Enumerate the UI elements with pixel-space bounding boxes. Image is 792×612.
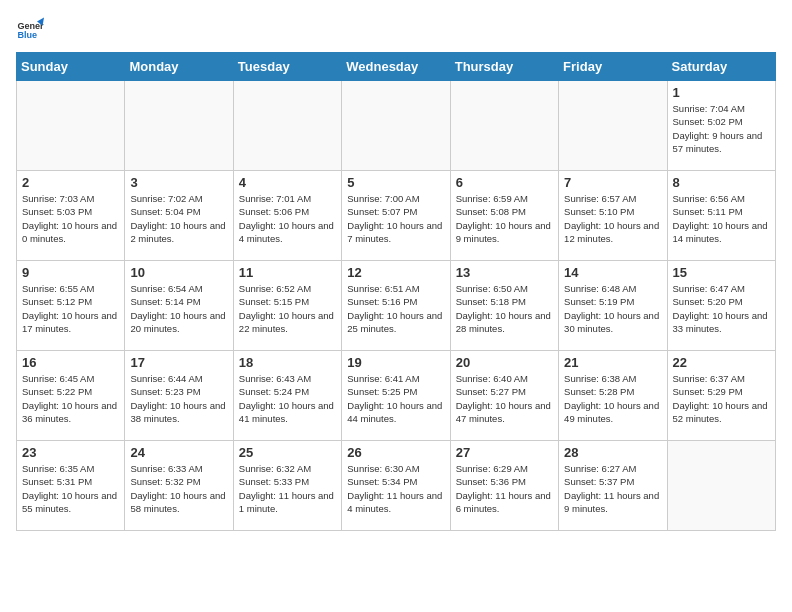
weekday-header-thursday: Thursday xyxy=(450,53,558,81)
day-number: 3 xyxy=(130,175,227,190)
day-info: Sunrise: 6:32 AM Sunset: 5:33 PM Dayligh… xyxy=(239,462,336,515)
weekday-header-monday: Monday xyxy=(125,53,233,81)
calendar-cell: 11Sunrise: 6:52 AM Sunset: 5:15 PM Dayli… xyxy=(233,261,341,351)
day-number: 8 xyxy=(673,175,770,190)
calendar-cell: 6Sunrise: 6:59 AM Sunset: 5:08 PM Daylig… xyxy=(450,171,558,261)
calendar-cell: 15Sunrise: 6:47 AM Sunset: 5:20 PM Dayli… xyxy=(667,261,775,351)
day-number: 12 xyxy=(347,265,444,280)
day-info: Sunrise: 6:40 AM Sunset: 5:27 PM Dayligh… xyxy=(456,372,553,425)
day-info: Sunrise: 6:55 AM Sunset: 5:12 PM Dayligh… xyxy=(22,282,119,335)
calendar-week-4: 16Sunrise: 6:45 AM Sunset: 5:22 PM Dayli… xyxy=(17,351,776,441)
calendar-cell: 13Sunrise: 6:50 AM Sunset: 5:18 PM Dayli… xyxy=(450,261,558,351)
svg-text:Blue: Blue xyxy=(17,30,37,40)
calendar-cell: 27Sunrise: 6:29 AM Sunset: 5:36 PM Dayli… xyxy=(450,441,558,531)
weekday-header-row: SundayMondayTuesdayWednesdayThursdayFrid… xyxy=(17,53,776,81)
day-info: Sunrise: 6:33 AM Sunset: 5:32 PM Dayligh… xyxy=(130,462,227,515)
calendar-cell: 12Sunrise: 6:51 AM Sunset: 5:16 PM Dayli… xyxy=(342,261,450,351)
day-number: 1 xyxy=(673,85,770,100)
day-info: Sunrise: 6:29 AM Sunset: 5:36 PM Dayligh… xyxy=(456,462,553,515)
day-number: 21 xyxy=(564,355,661,370)
day-info: Sunrise: 6:51 AM Sunset: 5:16 PM Dayligh… xyxy=(347,282,444,335)
day-info: Sunrise: 7:00 AM Sunset: 5:07 PM Dayligh… xyxy=(347,192,444,245)
day-number: 10 xyxy=(130,265,227,280)
calendar-cell: 28Sunrise: 6:27 AM Sunset: 5:37 PM Dayli… xyxy=(559,441,667,531)
logo-icon: General Blue xyxy=(16,16,44,44)
weekday-header-sunday: Sunday xyxy=(17,53,125,81)
calendar-cell: 20Sunrise: 6:40 AM Sunset: 5:27 PM Dayli… xyxy=(450,351,558,441)
logo: General Blue xyxy=(16,16,44,44)
calendar-cell xyxy=(450,81,558,171)
calendar-cell: 26Sunrise: 6:30 AM Sunset: 5:34 PM Dayli… xyxy=(342,441,450,531)
day-number: 20 xyxy=(456,355,553,370)
day-number: 23 xyxy=(22,445,119,460)
calendar-cell: 23Sunrise: 6:35 AM Sunset: 5:31 PM Dayli… xyxy=(17,441,125,531)
day-info: Sunrise: 6:59 AM Sunset: 5:08 PM Dayligh… xyxy=(456,192,553,245)
calendar-table: SundayMondayTuesdayWednesdayThursdayFrid… xyxy=(16,52,776,531)
day-number: 2 xyxy=(22,175,119,190)
calendar-cell: 25Sunrise: 6:32 AM Sunset: 5:33 PM Dayli… xyxy=(233,441,341,531)
calendar-cell: 17Sunrise: 6:44 AM Sunset: 5:23 PM Dayli… xyxy=(125,351,233,441)
day-number: 19 xyxy=(347,355,444,370)
calendar-cell xyxy=(559,81,667,171)
day-number: 13 xyxy=(456,265,553,280)
day-info: Sunrise: 6:37 AM Sunset: 5:29 PM Dayligh… xyxy=(673,372,770,425)
day-info: Sunrise: 7:01 AM Sunset: 5:06 PM Dayligh… xyxy=(239,192,336,245)
day-info: Sunrise: 6:50 AM Sunset: 5:18 PM Dayligh… xyxy=(456,282,553,335)
calendar-cell: 22Sunrise: 6:37 AM Sunset: 5:29 PM Dayli… xyxy=(667,351,775,441)
day-info: Sunrise: 6:38 AM Sunset: 5:28 PM Dayligh… xyxy=(564,372,661,425)
day-number: 22 xyxy=(673,355,770,370)
day-info: Sunrise: 6:44 AM Sunset: 5:23 PM Dayligh… xyxy=(130,372,227,425)
calendar-cell: 21Sunrise: 6:38 AM Sunset: 5:28 PM Dayli… xyxy=(559,351,667,441)
calendar-cell: 9Sunrise: 6:55 AM Sunset: 5:12 PM Daylig… xyxy=(17,261,125,351)
header: General Blue xyxy=(16,16,776,44)
calendar-week-5: 23Sunrise: 6:35 AM Sunset: 5:31 PM Dayli… xyxy=(17,441,776,531)
day-info: Sunrise: 6:35 AM Sunset: 5:31 PM Dayligh… xyxy=(22,462,119,515)
day-number: 9 xyxy=(22,265,119,280)
day-number: 28 xyxy=(564,445,661,460)
day-number: 14 xyxy=(564,265,661,280)
calendar-cell: 14Sunrise: 6:48 AM Sunset: 5:19 PM Dayli… xyxy=(559,261,667,351)
day-number: 25 xyxy=(239,445,336,460)
calendar-cell xyxy=(125,81,233,171)
calendar-cell xyxy=(17,81,125,171)
day-number: 4 xyxy=(239,175,336,190)
day-number: 6 xyxy=(456,175,553,190)
calendar-cell: 10Sunrise: 6:54 AM Sunset: 5:14 PM Dayli… xyxy=(125,261,233,351)
calendar-cell: 2Sunrise: 7:03 AM Sunset: 5:03 PM Daylig… xyxy=(17,171,125,261)
day-info: Sunrise: 7:04 AM Sunset: 5:02 PM Dayligh… xyxy=(673,102,770,155)
weekday-header-tuesday: Tuesday xyxy=(233,53,341,81)
calendar-week-2: 2Sunrise: 7:03 AM Sunset: 5:03 PM Daylig… xyxy=(17,171,776,261)
day-info: Sunrise: 6:45 AM Sunset: 5:22 PM Dayligh… xyxy=(22,372,119,425)
calendar-cell xyxy=(342,81,450,171)
calendar-cell: 3Sunrise: 7:02 AM Sunset: 5:04 PM Daylig… xyxy=(125,171,233,261)
calendar-cell: 5Sunrise: 7:00 AM Sunset: 5:07 PM Daylig… xyxy=(342,171,450,261)
calendar-week-1: 1Sunrise: 7:04 AM Sunset: 5:02 PM Daylig… xyxy=(17,81,776,171)
calendar-cell: 1Sunrise: 7:04 AM Sunset: 5:02 PM Daylig… xyxy=(667,81,775,171)
day-info: Sunrise: 6:54 AM Sunset: 5:14 PM Dayligh… xyxy=(130,282,227,335)
calendar-cell xyxy=(233,81,341,171)
day-info: Sunrise: 6:52 AM Sunset: 5:15 PM Dayligh… xyxy=(239,282,336,335)
day-number: 18 xyxy=(239,355,336,370)
calendar-cell: 7Sunrise: 6:57 AM Sunset: 5:10 PM Daylig… xyxy=(559,171,667,261)
day-info: Sunrise: 6:30 AM Sunset: 5:34 PM Dayligh… xyxy=(347,462,444,515)
day-info: Sunrise: 6:43 AM Sunset: 5:24 PM Dayligh… xyxy=(239,372,336,425)
calendar-cell: 4Sunrise: 7:01 AM Sunset: 5:06 PM Daylig… xyxy=(233,171,341,261)
day-info: Sunrise: 6:48 AM Sunset: 5:19 PM Dayligh… xyxy=(564,282,661,335)
calendar-cell: 8Sunrise: 6:56 AM Sunset: 5:11 PM Daylig… xyxy=(667,171,775,261)
day-number: 15 xyxy=(673,265,770,280)
day-number: 17 xyxy=(130,355,227,370)
calendar-cell: 24Sunrise: 6:33 AM Sunset: 5:32 PM Dayli… xyxy=(125,441,233,531)
day-number: 16 xyxy=(22,355,119,370)
day-number: 7 xyxy=(564,175,661,190)
day-info: Sunrise: 6:57 AM Sunset: 5:10 PM Dayligh… xyxy=(564,192,661,245)
day-number: 26 xyxy=(347,445,444,460)
day-info: Sunrise: 7:03 AM Sunset: 5:03 PM Dayligh… xyxy=(22,192,119,245)
calendar-cell: 19Sunrise: 6:41 AM Sunset: 5:25 PM Dayli… xyxy=(342,351,450,441)
day-info: Sunrise: 7:02 AM Sunset: 5:04 PM Dayligh… xyxy=(130,192,227,245)
weekday-header-wednesday: Wednesday xyxy=(342,53,450,81)
calendar-cell: 18Sunrise: 6:43 AM Sunset: 5:24 PM Dayli… xyxy=(233,351,341,441)
calendar-cell: 16Sunrise: 6:45 AM Sunset: 5:22 PM Dayli… xyxy=(17,351,125,441)
calendar-week-3: 9Sunrise: 6:55 AM Sunset: 5:12 PM Daylig… xyxy=(17,261,776,351)
day-number: 27 xyxy=(456,445,553,460)
calendar-cell xyxy=(667,441,775,531)
